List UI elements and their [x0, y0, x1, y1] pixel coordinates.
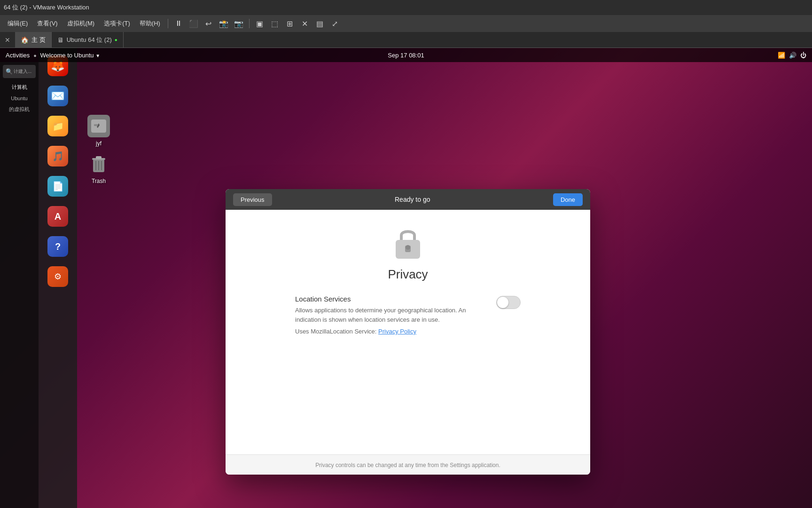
location-row: Location Services Allows applications to…: [295, 295, 521, 335]
home-tab[interactable]: 🏠 主 页: [15, 32, 52, 48]
svg-rect-5: [96, 156, 102, 159]
home-tab-label: 主 页: [31, 36, 46, 44]
privacy-policy-link[interactable]: Privacy Policy: [378, 328, 416, 335]
vmware-title: 64 位 (2) - VMware Workstation: [4, 3, 89, 12]
vm-icon: 🖥: [57, 36, 64, 44]
dialog-title: Ready to go: [395, 196, 430, 203]
close-sidebar-btn[interactable]: ✕: [0, 32, 15, 48]
previous-button[interactable]: Previous: [233, 193, 272, 206]
lock-icon: [391, 224, 425, 262]
location-section: Location Services Allows applications to…: [295, 295, 521, 335]
vm-tab-label: Ubuntu 64 位 (2): [67, 36, 112, 44]
sidebar-item-vm[interactable]: 的虚拟机: [7, 105, 31, 114]
toolbar-btn-4[interactable]: 📸: [217, 17, 230, 30]
sidebar-item-ubuntu[interactable]: Ubuntu: [9, 95, 29, 102]
menu-help[interactable]: 帮助(H): [136, 17, 164, 30]
welcome-chevron: ▼: [95, 53, 100, 58]
desktop-icon-trash[interactable]: Trash: [80, 151, 117, 184]
vmware-tabsbar: ✕ 🏠 主 页 🖥 Ubuntu 64 位 (2) ●: [0, 32, 812, 48]
volume-icon[interactable]: 🔊: [789, 52, 796, 59]
menu-edit[interactable]: 编辑(E): [4, 17, 31, 30]
desktop-icon-jyf[interactable]: jyf: [80, 114, 117, 147]
dock-appstore[interactable]: A: [44, 202, 72, 230]
network-icon[interactable]: 📶: [778, 52, 785, 59]
home-icon: 🏠: [21, 36, 29, 44]
view-btn-4[interactable]: ✕: [298, 17, 312, 30]
jyf-icon: [86, 114, 111, 138]
power-icon[interactable]: ⏻: [800, 52, 806, 59]
toggle-track[interactable]: [496, 296, 521, 309]
rhythm-icon: 🎵: [47, 146, 68, 167]
toolbar-btn-3[interactable]: ↩: [202, 17, 215, 30]
location-policy: Uses MozillaLocation Service: Privacy Po…: [295, 328, 489, 335]
files-icon: 📁: [47, 116, 68, 136]
vmware-titlebar: 64 位 (2) - VMware Workstation: [0, 0, 812, 15]
search-icon: 🔍: [6, 68, 13, 75]
view-btn-2[interactable]: ⬚: [268, 17, 281, 30]
menu-vm[interactable]: 虚拟机(M): [63, 17, 99, 30]
location-title: Location Services: [295, 295, 489, 303]
view-btn-6[interactable]: ⤢: [328, 17, 342, 30]
libreoffice-icon: 📄: [47, 176, 68, 197]
toolbar-btn-5[interactable]: 📷: [232, 17, 245, 30]
topbar-left: Activities ● Welcome to Ubuntu ▼: [6, 52, 100, 59]
svg-rect-2: [94, 124, 98, 126]
topbar-right: 📶 🔊 ⏻: [778, 52, 806, 59]
svg-point-11: [406, 245, 410, 250]
done-button[interactable]: Done: [553, 193, 583, 206]
footer-text: Privacy controls can be changed at any t…: [315, 462, 500, 468]
ubuntu-dock: 🦊 ✉️ 📁 🎵 📄 A ? ⚙: [39, 48, 77, 508]
location-toggle[interactable]: [496, 296, 521, 309]
view-btn-3[interactable]: ⊞: [283, 17, 297, 30]
toggle-thumb: [497, 297, 508, 308]
privacy-title: Privacy: [237, 267, 579, 282]
welcome-indicator[interactable]: ● Welcome to Ubuntu ▼: [33, 52, 100, 59]
pause-btn[interactable]: ⏸: [172, 17, 185, 30]
menu-view[interactable]: 查看(V): [33, 17, 61, 30]
vmware-menubar: 编辑(E) 查看(V) 虚拟机(M) 选项卡(T) 帮助(H) ⏸ ⬛ ↩ 📸 …: [0, 15, 812, 32]
view-btn-1[interactable]: ▣: [253, 17, 266, 30]
toolbar-separator: [168, 19, 168, 28]
privacy-icon-wrap: [237, 224, 579, 262]
setup-dialog-header: Previous Ready to go Done: [226, 189, 590, 210]
help-icon: ?: [47, 236, 68, 257]
toolbar-btn-2[interactable]: ⬛: [187, 17, 200, 30]
vm-tab[interactable]: 🖥 Ubuntu 64 位 (2) ●: [52, 32, 124, 48]
topbar-datetime: Sep 17 08:01: [388, 52, 424, 59]
activities-btn[interactable]: Activities: [6, 52, 30, 59]
toolbar-separator-2: [249, 19, 250, 28]
sidebar-item-computer[interactable]: 计算机: [10, 83, 29, 92]
trash-label: Trash: [92, 178, 106, 184]
vm-tab-indicator: ●: [115, 37, 117, 42]
dock-libreoffice[interactable]: 📄: [44, 172, 72, 200]
dock-rhythm[interactable]: 🎵: [44, 142, 72, 170]
appstore-icon: A: [47, 206, 68, 227]
dock-ubuntu[interactable]: ⚙: [44, 262, 72, 291]
location-text: Location Services Allows applications to…: [295, 295, 489, 335]
email-icon: ✉️: [47, 86, 68, 106]
menu-tabs[interactable]: 选项卡(T): [100, 17, 134, 30]
setup-dialog-body: Privacy Location Services Allows applica…: [226, 210, 590, 454]
trash-icon: [86, 151, 111, 176]
dock-files[interactable]: 📁: [44, 112, 72, 140]
ubuntu-dock-icon: ⚙: [47, 266, 68, 287]
setup-dialog: Previous Ready to go Done Privacy: [226, 189, 590, 475]
ubuntu-topbar: Activities ● Welcome to Ubuntu ▼ Sep 17 …: [0, 48, 812, 62]
search-input-label[interactable]: 计建入...: [14, 68, 31, 75]
jyf-label: jyf: [96, 140, 102, 147]
left-sidebar: 🔍 计建入... 计算机 Ubuntu 的虚拟机: [0, 62, 39, 508]
ubuntu-screen: Activities ● Welcome to Ubuntu ▼ Sep 17 …: [0, 48, 812, 508]
setup-dialog-footer: Privacy controls can be changed at any t…: [226, 454, 590, 475]
location-desc: Allows applications to determine your ge…: [295, 306, 489, 324]
dock-email[interactable]: ✉️: [44, 82, 72, 110]
dock-help[interactable]: ?: [44, 232, 72, 261]
view-btn-5[interactable]: ▤: [313, 17, 327, 30]
